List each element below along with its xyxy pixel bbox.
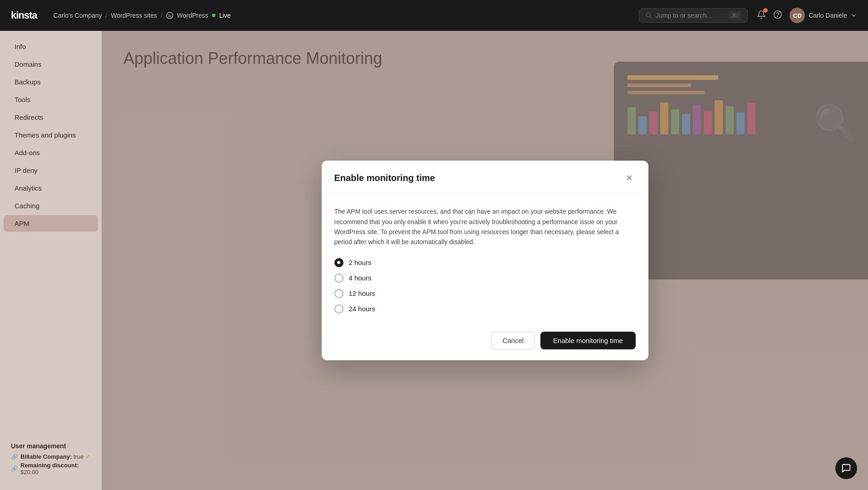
- option-24-hours[interactable]: 24 hours: [334, 304, 636, 314]
- duration-options: 2 hours 4 hours 12 hours: [334, 258, 636, 314]
- enable-monitoring-button[interactable]: Enable monitoring time: [540, 332, 635, 349]
- sidebar: Info Domains Backups Tools Redirects The…: [0, 31, 102, 490]
- chevron-down-icon: [851, 12, 857, 19]
- option-12-hours[interactable]: 12 hours: [334, 289, 636, 298]
- avatar: CD: [790, 8, 805, 23]
- breadcrumb-site[interactable]: WordPress: [177, 12, 208, 19]
- cancel-button[interactable]: Cancel: [491, 332, 535, 349]
- sidebar-item-redirects[interactable]: Redirects: [4, 109, 98, 126]
- modal: Enable monitoring time The APM tool uses…: [322, 161, 648, 360]
- svg-point-4: [774, 10, 782, 18]
- sidebar-bottom: User management 🔗 Billable Company: true…: [0, 437, 102, 483]
- sidebar-item-tools[interactable]: Tools: [4, 91, 98, 108]
- billable-info: 🔗 Billable Company: true ✓: [11, 453, 91, 460]
- option-2-hours-label: 2 hours: [349, 259, 372, 266]
- radio-2-hours: [334, 258, 343, 267]
- sidebar-item-info[interactable]: Info: [4, 38, 98, 55]
- sidebar-item-domains[interactable]: Domains: [4, 56, 98, 73]
- option-2-hours[interactable]: 2 hours: [334, 258, 636, 267]
- user-menu[interactable]: CD Carlo Daniele: [790, 8, 857, 23]
- live-indicator: [212, 14, 216, 17]
- breadcrumb: Carlo's Company / WordPress sites / W Wo…: [54, 12, 231, 19]
- user-management-label[interactable]: User management: [11, 442, 91, 450]
- topnav-actions: CD Carlo Daniele: [757, 8, 857, 23]
- svg-text:W: W: [168, 14, 172, 18]
- topnav: kinsta Carlo's Company / WordPress sites…: [0, 0, 868, 31]
- search-bar[interactable]: Jump to or search... ⌘/: [639, 8, 748, 23]
- discount-label: Remaining discount: $20.00: [20, 462, 91, 475]
- user-name: Carlo Daniele: [809, 12, 847, 19]
- breadcrumb-company[interactable]: Carlo's Company: [54, 12, 102, 19]
- modal-close-button[interactable]: [623, 172, 636, 184]
- search-icon: [646, 12, 652, 19]
- breadcrumb-status: Live: [219, 12, 231, 19]
- sidebar-item-apm[interactable]: APM: [4, 215, 98, 232]
- option-4-hours-label: 4 hours: [349, 274, 372, 282]
- option-24-hours-label: 24 hours: [349, 305, 375, 313]
- main-content: Application Performance Monitoring: [102, 31, 868, 490]
- option-12-hours-label: 12 hours: [349, 289, 375, 297]
- logo: kinsta: [11, 10, 37, 21]
- radio-24-hours: [334, 304, 343, 314]
- discount-info: 🔗 Remaining discount: $20.00: [11, 462, 91, 475]
- modal-title: Enable monitoring time: [334, 173, 435, 183]
- notification-badge: [763, 8, 768, 13]
- svg-line-3: [650, 16, 651, 18]
- search-placeholder: Jump to or search...: [656, 12, 712, 19]
- billable-label: Billable Company: true ✓: [20, 453, 90, 460]
- chat-button[interactable]: [835, 457, 857, 479]
- modal-overlay: Enable monitoring time The APM tool uses…: [102, 31, 868, 490]
- notifications-button[interactable]: [757, 10, 766, 21]
- modal-body: The APM tool uses server resources, and …: [322, 194, 648, 324]
- breadcrumb-sep1: /: [106, 12, 108, 19]
- sidebar-item-analytics[interactable]: Analytics: [4, 180, 98, 196]
- sidebar-item-addons[interactable]: Add-ons: [4, 144, 98, 161]
- breadcrumb-sites[interactable]: WordPress sites: [111, 12, 157, 19]
- breadcrumb-sep2: /: [161, 12, 162, 19]
- help-button[interactable]: [773, 10, 782, 21]
- chat-icon: [841, 463, 851, 473]
- modal-description: The APM tool uses server resources, and …: [334, 206, 636, 247]
- layout: Info Domains Backups Tools Redirects The…: [0, 31, 868, 490]
- sidebar-item-backups[interactable]: Backups: [4, 74, 98, 90]
- wordpress-icon: W: [166, 12, 173, 19]
- option-4-hours[interactable]: 4 hours: [334, 274, 636, 283]
- sidebar-item-ip-deny[interactable]: IP deny: [4, 162, 98, 179]
- sidebar-item-themes-plugins[interactable]: Themes and plugins: [4, 127, 98, 143]
- radio-12-hours: [334, 289, 343, 298]
- search-shortcut: ⌘/: [729, 11, 741, 20]
- modal-footer: Cancel Enable monitoring time: [322, 324, 648, 360]
- modal-header: Enable monitoring time: [322, 161, 648, 194]
- radio-4-hours: [334, 274, 343, 283]
- sidebar-item-caching[interactable]: Caching: [4, 197, 98, 214]
- svg-point-5: [778, 16, 778, 16]
